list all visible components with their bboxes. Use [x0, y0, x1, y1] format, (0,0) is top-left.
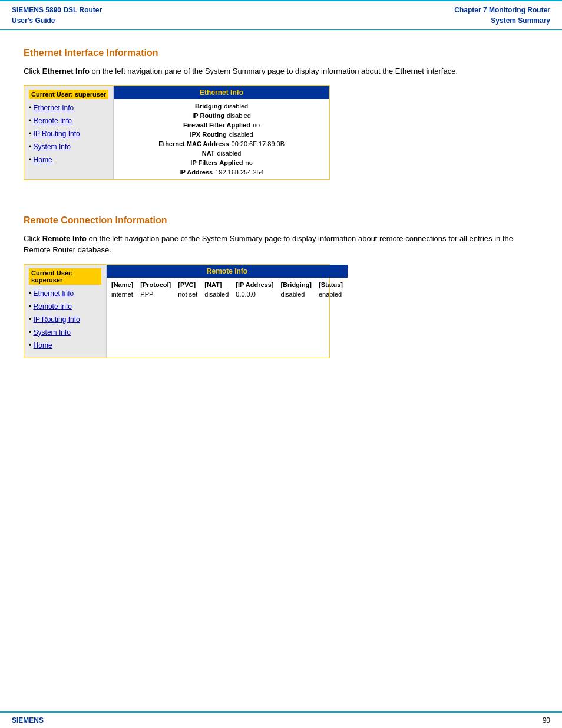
ethernet-ui-container: Current User: superuser Ethernet Info Re… — [24, 85, 330, 180]
remote-nav-pane: Current User: superuser Ethernet Info Re… — [24, 265, 107, 358]
remote-desc-prefix: Click — [24, 234, 42, 243]
cell-nat: disabled — [201, 289, 232, 299]
remote-nav-link-ip-routing-info[interactable]: IP Routing Info — [34, 315, 80, 324]
nav-link-ip-routing-info[interactable]: IP Routing Info — [34, 130, 80, 138]
remote-nav-item-ip-routing-info[interactable]: IP Routing Info — [29, 315, 101, 324]
nav-item-home[interactable]: Home — [29, 156, 108, 164]
ethernet-row-nat: NAT disabled — [118, 149, 325, 158]
cell-status: enabled — [315, 289, 346, 299]
value-bridging: disabled — [224, 103, 248, 110]
nav-link-system-info[interactable]: System Info — [34, 143, 71, 151]
value-ipx-routing: disabled — [229, 131, 253, 138]
header-right: Chapter 7 Monitoring Router System Summa… — [454, 5, 550, 26]
page-header: SIEMENS 5890 DSL Router User's Guide Cha… — [0, 0, 562, 30]
value-ip-address: 192.168.254.254 — [215, 169, 264, 176]
nav-link-home[interactable]: Home — [34, 156, 52, 164]
ethernet-desc-suffix: on the left navigation pane of the Syste… — [90, 67, 458, 75]
label-nat: NAT — [202, 150, 215, 157]
remote-desc-suffix: on the left navigation pane of the Syste… — [24, 234, 513, 255]
header-left: SIEMENS 5890 DSL Router User's Guide — [12, 5, 102, 26]
remote-desc-bold: Remote Info — [42, 234, 87, 243]
ethernet-section-desc: Click Ethernet Info on the left navigati… — [24, 65, 538, 77]
col-ip-address: [IP Address] — [232, 280, 277, 289]
remote-nav-list: Ethernet Info Remote Info IP Routing Inf… — [29, 289, 101, 350]
remote-section: Remote Connection Information Click Remo… — [24, 215, 538, 358]
nav-link-ethernet-info[interactable]: Ethernet Info — [34, 104, 74, 112]
header-guide: User's Guide — [12, 15, 102, 26]
col-pvc: [PVC] — [174, 280, 201, 289]
remote-table-container: [Name] [Protocol] [PVC] [NAT] [IP Addres… — [107, 278, 348, 301]
remote-section-desc: Click Remote Info on the left navigation… — [24, 233, 538, 256]
remote-section-title: Remote Connection Information — [24, 215, 538, 226]
ethernet-row-mac: Ethernet MAC Address 00:20:6F:17:89:0B — [118, 139, 325, 149]
ethernet-row-ipx-routing: IPX Routing disabled — [118, 130, 325, 139]
main-content: Ethernet Interface Information Click Eth… — [0, 42, 562, 382]
remote-current-user: Current User: superuser — [29, 268, 101, 285]
label-ip-filters: IP Filters Applied — [190, 159, 243, 166]
nav-item-remote-info[interactable]: Remote Info — [29, 117, 108, 125]
cell-pvc: not set — [174, 289, 201, 299]
nav-item-ethernet-info[interactable]: Ethernet Info — [29, 104, 108, 112]
ethernet-row-firewall: Firewall Filter Applied no — [118, 120, 325, 130]
col-nat: [NAT] — [201, 280, 232, 289]
ethernet-desc-prefix: Click — [24, 67, 42, 75]
ethernet-nav-list: Ethernet Info Remote Info IP Routing Inf… — [29, 104, 108, 164]
remote-nav-item-remote-info[interactable]: Remote Info — [29, 302, 101, 311]
remote-ui-container: Current User: superuser Ethernet Info Re… — [24, 264, 330, 358]
ethernet-section: Ethernet Interface Information Click Eth… — [24, 48, 538, 180]
cell-name: internet — [108, 289, 137, 299]
remote-nav-link-remote-info[interactable]: Remote Info — [34, 302, 72, 311]
footer-brand: SIEMENS — [12, 716, 44, 724]
label-ipx-routing: IPX Routing — [190, 131, 226, 138]
nav-item-ip-routing-info[interactable]: IP Routing Info — [29, 130, 108, 138]
ethernet-desc-bold: Ethernet Info — [42, 67, 90, 75]
header-chapter: Chapter 7 Monitoring Router — [454, 5, 550, 15]
remote-table-header-row: [Name] [Protocol] [PVC] [NAT] [IP Addres… — [108, 280, 346, 289]
cell-ip-address: 0.0.0.0 — [232, 289, 277, 299]
label-firewall: Firewall Filter Applied — [183, 121, 250, 129]
header-section: System Summary — [454, 15, 550, 26]
col-protocol: [Protocol] — [137, 280, 174, 289]
label-mac: Ethernet MAC Address — [158, 140, 229, 147]
cell-protocol: PPP — [137, 289, 174, 299]
remote-panel-title: Remote Info — [107, 265, 348, 278]
ethernet-row-ip-filters: IP Filters Applied no — [118, 158, 325, 167]
cell-bridging: disabled — [277, 289, 315, 299]
ethernet-current-user: Current User: superuser — [29, 90, 108, 99]
value-ip-routing: disabled — [227, 112, 251, 119]
nav-item-system-info[interactable]: System Info — [29, 143, 108, 151]
remote-nav-item-ethernet-info[interactable]: Ethernet Info — [29, 289, 101, 298]
ethernet-info-table: Bridging disabled IP Routing disabled Fi… — [114, 99, 329, 179]
remote-nav-link-ethernet-info[interactable]: Ethernet Info — [34, 289, 74, 298]
remote-nav-item-home[interactable]: Home — [29, 341, 101, 350]
footer-page-number: 90 — [543, 716, 550, 724]
ethernet-panel-title: Ethernet Info — [114, 86, 329, 99]
value-firewall: no — [253, 121, 260, 129]
remote-nav-link-system-info[interactable]: System Info — [34, 328, 71, 337]
remote-info-table: [Name] [Protocol] [PVC] [NAT] [IP Addres… — [108, 280, 346, 299]
label-ip-routing: IP Routing — [192, 112, 224, 119]
header-product: SIEMENS 5890 DSL Router — [12, 5, 102, 15]
remote-nav-item-system-info[interactable]: System Info — [29, 328, 101, 337]
ethernet-row-ip-routing: IP Routing disabled — [118, 111, 325, 120]
label-ip-address: IP Address — [179, 169, 213, 176]
value-mac: 00:20:6F:17:89:0B — [232, 140, 285, 147]
page-footer: SIEMENS 90 — [0, 711, 562, 728]
nav-link-remote-info[interactable]: Remote Info — [34, 117, 72, 125]
col-status: [Status] — [315, 280, 346, 289]
col-name: [Name] — [108, 280, 137, 289]
col-bridging: [Bridging] — [277, 280, 315, 289]
remote-info-panel: Remote Info [Name] [Protocol] [PVC] [NAT… — [107, 265, 348, 358]
ethernet-info-panel: Ethernet Info Bridging disabled IP Routi… — [114, 86, 329, 179]
value-nat: disabled — [217, 150, 241, 157]
ethernet-row-ip-address: IP Address 192.168.254.254 — [118, 167, 325, 177]
remote-nav-link-home[interactable]: Home — [34, 341, 52, 350]
value-ip-filters: no — [246, 159, 253, 166]
ethernet-nav-pane: Current User: superuser Ethernet Info Re… — [24, 86, 114, 179]
label-bridging: Bridging — [195, 103, 222, 110]
ethernet-row-bridging: Bridging disabled — [118, 101, 325, 111]
ethernet-section-title: Ethernet Interface Information — [24, 48, 538, 58]
remote-table-row: internet PPP not set disabled 0.0.0.0 di… — [108, 289, 346, 299]
